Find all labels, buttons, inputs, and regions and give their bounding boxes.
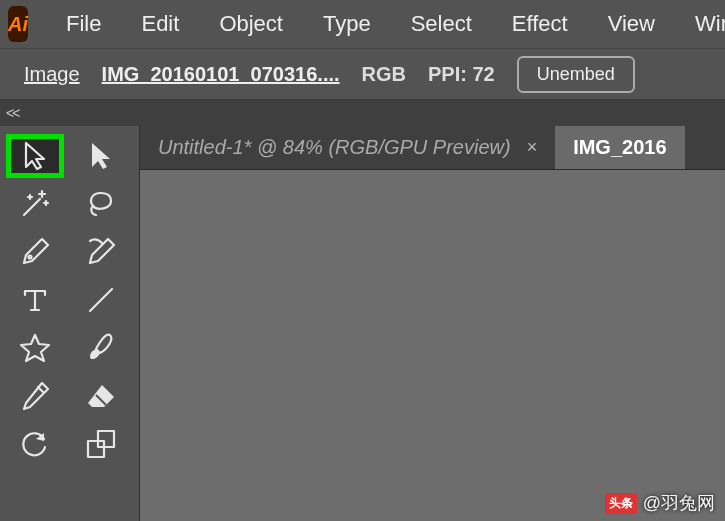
selection-arrow-icon [18, 139, 52, 173]
menu-edit[interactable]: Edit [121, 11, 199, 37]
toolbox [0, 126, 140, 521]
menu-select[interactable]: Select [391, 11, 492, 37]
pen-tool[interactable] [6, 230, 64, 274]
menu-view[interactable]: View [588, 11, 675, 37]
curvature-tool[interactable] [72, 230, 130, 274]
magic-wand-icon [18, 187, 52, 221]
tab-label: IMG_2016 [573, 136, 666, 159]
pen-icon [18, 235, 52, 269]
line-segment-tool[interactable] [72, 278, 130, 322]
tab-close-icon[interactable]: × [527, 137, 538, 158]
collapse-chevrons-icon: << [6, 105, 18, 121]
menu-file[interactable]: File [46, 11, 121, 37]
tab-strip: Untitled-1* @ 84% (RGB/GPU Preview) × IM… [140, 126, 725, 170]
paintbrush-tool[interactable] [72, 326, 130, 370]
direct-selection-tool[interactable] [72, 134, 130, 178]
menu-object[interactable]: Object [199, 11, 303, 37]
magic-wand-tool[interactable] [6, 182, 64, 226]
control-label[interactable]: Image [24, 63, 80, 86]
rotate-tool[interactable] [6, 422, 64, 466]
curvature-pen-icon [84, 235, 118, 269]
type-tool[interactable] [6, 278, 64, 322]
svg-rect-1 [88, 441, 104, 457]
scale-tool[interactable] [72, 422, 130, 466]
star-tool[interactable] [6, 326, 64, 370]
selection-tool[interactable] [6, 134, 64, 178]
lasso-tool[interactable] [72, 182, 130, 226]
document-area: Untitled-1* @ 84% (RGB/GPU Preview) × IM… [140, 126, 725, 521]
control-bar: Image IMG_20160101_070316.... RGB PPI: 7… [0, 48, 725, 100]
svg-rect-2 [98, 431, 114, 447]
menu-window[interactable]: Wir [675, 11, 725, 37]
control-ppi: PPI: 72 [428, 63, 495, 86]
watermark-text: @羽兔网 [643, 491, 715, 515]
star-icon [18, 331, 52, 365]
canvas[interactable] [140, 170, 725, 521]
app-logo: Ai [8, 6, 28, 42]
line-icon [84, 283, 118, 317]
panel-collapse-row[interactable]: << [0, 100, 725, 126]
svg-point-0 [29, 256, 32, 259]
app-logo-text: Ai [8, 13, 28, 36]
paintbrush-icon [84, 331, 118, 365]
menu-type[interactable]: Type [303, 11, 391, 37]
watermark: 头条 @羽兔网 [605, 491, 715, 515]
tab-image[interactable]: IMG_2016 [555, 126, 684, 169]
tab-untitled[interactable]: Untitled-1* @ 84% (RGB/GPU Preview) × [140, 126, 555, 169]
main-area: Untitled-1* @ 84% (RGB/GPU Preview) × IM… [0, 126, 725, 521]
lasso-icon [84, 187, 118, 221]
menu-bar: Ai File Edit Object Type Select Effect V… [0, 0, 725, 48]
tab-label: Untitled-1* @ 84% (RGB/GPU Preview) [158, 136, 511, 159]
control-color-mode: RGB [362, 63, 406, 86]
watermark-badge: 头条 [605, 493, 637, 514]
eraser-icon [84, 379, 118, 413]
pencil-icon [18, 379, 52, 413]
direct-selection-arrow-icon [84, 139, 118, 173]
scale-icon [84, 427, 118, 461]
pencil-tool[interactable] [6, 374, 64, 418]
type-icon [18, 283, 52, 317]
unembed-button[interactable]: Unembed [517, 56, 635, 93]
rotate-icon [18, 427, 52, 461]
eraser-tool[interactable] [72, 374, 130, 418]
menu-effect[interactable]: Effect [492, 11, 588, 37]
control-filename[interactable]: IMG_20160101_070316.... [102, 63, 340, 86]
